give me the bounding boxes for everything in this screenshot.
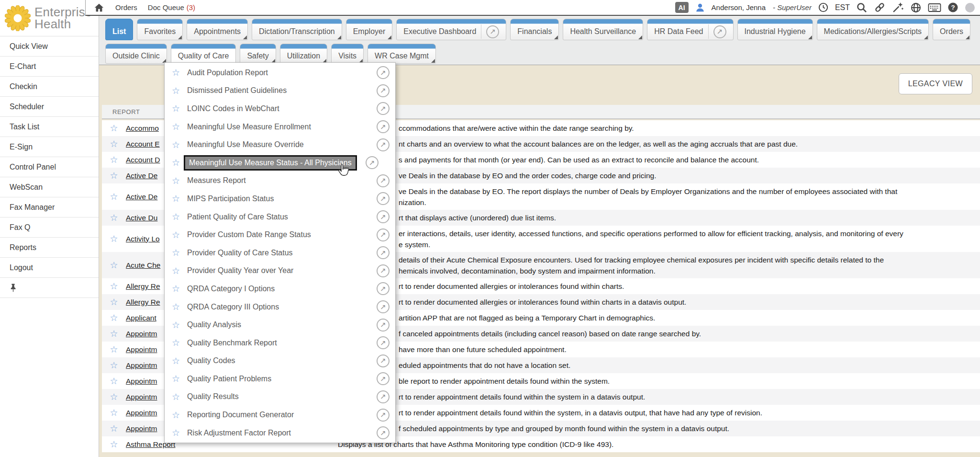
menu-item-reporting-document-generator[interactable]: ☆Reporting Document Generator↗: [165, 406, 395, 424]
favorite-star-icon[interactable]: ☆: [172, 410, 180, 421]
report-link-account-d[interactable]: Account D: [126, 156, 160, 164]
sidebar-item-fax-q[interactable]: Fax Q: [0, 217, 99, 238]
sidebar-item-reports[interactable]: Reports: [0, 238, 99, 258]
tab-list[interactable]: List: [105, 19, 133, 40]
report-link-appointm[interactable]: Appointm: [126, 330, 157, 338]
menu-item-loinc-codes-in-webchart[interactable]: ☆LOINC Codes in WebChart↗: [165, 100, 395, 118]
open-in-new-icon[interactable]: ↗: [377, 409, 390, 422]
favorite-star-icon[interactable]: ☆: [102, 407, 126, 418]
favorite-star-icon[interactable]: ☆: [172, 229, 180, 240]
favorite-star-icon[interactable]: ☆: [172, 139, 180, 150]
tab-financials[interactable]: Financials: [510, 19, 559, 40]
report-link-active-de[interactable]: Active De: [126, 193, 157, 201]
open-in-new-icon[interactable]: ↗: [377, 264, 390, 277]
report-link-appointm[interactable]: Appointm: [126, 361, 157, 369]
open-in-new-icon[interactable]: ↗: [377, 138, 390, 151]
favorite-star-icon[interactable]: ☆: [172, 355, 180, 366]
nav-doc-queue[interactable]: Doc Queue(3): [148, 3, 195, 11]
menu-item-provider-quality-year-over-year[interactable]: ☆Provider Quality Year over Year↗: [165, 262, 395, 280]
favorite-star-icon[interactable]: ☆: [172, 103, 180, 114]
external-link-icon[interactable]: ↗: [713, 25, 726, 38]
open-in-new-icon[interactable]: ↗: [377, 66, 390, 79]
open-in-new-icon[interactable]: ↗: [377, 192, 390, 205]
open-in-new-icon[interactable]: ↗: [377, 390, 390, 403]
open-in-new-icon[interactable]: ↗: [377, 246, 390, 259]
favorite-star-icon[interactable]: ☆: [102, 233, 126, 244]
menu-item-qrda-category-iii-options[interactable]: ☆QRDA Category III Options↗: [165, 298, 395, 316]
tab-quality-of-care[interactable]: Quality of Care: [171, 44, 236, 64]
tab-industrial-hygiene[interactable]: Industrial Hygiene: [737, 19, 813, 40]
favorite-star-icon[interactable]: ☆: [172, 211, 180, 222]
menu-item-quality-codes[interactable]: ☆Quality Codes↗: [165, 352, 395, 370]
sidebar-item-task-list[interactable]: Task List: [0, 117, 99, 137]
report-link-appointm[interactable]: Appointm: [126, 424, 157, 433]
open-in-new-icon[interactable]: ↗: [377, 174, 390, 187]
favorite-star-icon[interactable]: ☆: [102, 391, 126, 402]
menu-item-dismissed-patient-guidelines[interactable]: ☆Dismissed Patient Guidelines↗: [165, 82, 395, 100]
sidebar-item-scheduler[interactable]: Scheduler: [0, 97, 99, 117]
search-icon[interactable]: [856, 2, 868, 13]
report-link-allergy-re[interactable]: Allergy Re: [126, 298, 160, 306]
clock-icon[interactable]: [818, 2, 829, 13]
sidebar-item-logout[interactable]: Logout: [0, 258, 99, 278]
favorite-star-icon[interactable]: ☆: [172, 391, 180, 402]
menu-item-quality-benchmark-report[interactable]: ☆Quality Benchmark Report↗: [165, 334, 395, 352]
favorite-star-icon[interactable]: ☆: [172, 85, 180, 96]
open-in-new-icon[interactable]: ↗: [377, 300, 390, 313]
tab-appointments[interactable]: Appointments: [187, 19, 248, 40]
keyboard-icon[interactable]: [928, 2, 941, 13]
tab-outside-clinic[interactable]: Outside Clinic: [105, 44, 167, 64]
sidebar-item-checkin[interactable]: Checkin: [0, 77, 99, 97]
wand-icon[interactable]: [892, 1, 904, 13]
favorite-star-icon[interactable]: ☆: [172, 373, 180, 384]
favorite-star-icon[interactable]: ☆: [102, 170, 126, 181]
open-in-new-icon[interactable]: ↗: [377, 120, 390, 133]
report-link-active-de[interactable]: Active De: [126, 171, 157, 180]
help-icon[interactable]: ?: [947, 2, 958, 13]
home-icon[interactable]: [93, 2, 105, 13]
menu-item-qrda-category-i-options[interactable]: ☆QRDA Category I Options↗: [165, 280, 395, 298]
open-in-new-icon[interactable]: ↗: [377, 336, 390, 349]
report-link-appointm[interactable]: Appointm: [126, 377, 157, 385]
favorite-star-icon[interactable]: ☆: [102, 312, 126, 323]
legacy-view-button[interactable]: LEGACY VIEW: [899, 73, 972, 94]
open-in-new-icon[interactable]: ↗: [366, 156, 379, 169]
favorite-star-icon[interactable]: ☆: [172, 283, 180, 294]
favorite-star-icon[interactable]: ☆: [172, 175, 180, 186]
sidebar-item-control-panel[interactable]: Control Panel: [0, 157, 99, 177]
favorite-star-icon[interactable]: ☆: [102, 344, 126, 355]
menu-item-patient-quality-of-care-status[interactable]: ☆Patient Quality of Care Status↗: [165, 208, 395, 226]
tab-orders[interactable]: Orders: [933, 19, 970, 40]
favorite-star-icon[interactable]: ☆: [172, 247, 180, 258]
report-link-activity-lo[interactable]: Activity Lo: [126, 235, 160, 243]
nav-orders[interactable]: Orders: [115, 3, 137, 11]
tab-visits[interactable]: Visits: [331, 44, 364, 64]
sidebar-item-fax-manager[interactable]: Fax Manager: [0, 197, 99, 217]
external-link-icon[interactable]: ↗: [486, 25, 499, 38]
favorite-star-icon[interactable]: ☆: [172, 301, 180, 312]
tab-health-surveillance[interactable]: Health Surveillance: [563, 19, 643, 40]
favorite-star-icon[interactable]: ☆: [102, 376, 126, 387]
sidebar-item-quick-view[interactable]: Quick View: [0, 36, 99, 57]
report-link-applicant[interactable]: Applicant: [126, 314, 156, 322]
report-link-acute-che[interactable]: Acute Che: [126, 261, 160, 269]
favorite-star-icon[interactable]: ☆: [172, 193, 180, 204]
sidebar-item-e-chart[interactable]: E-Chart: [0, 57, 99, 77]
link-icon[interactable]: [874, 1, 886, 13]
report-link-accommo[interactable]: Accommo: [126, 124, 159, 132]
report-link-active-du[interactable]: Active Du: [126, 214, 157, 222]
favorite-star-icon[interactable]: ☆: [102, 281, 126, 292]
menu-item-quality-patient-problems[interactable]: ☆Quality Patient Problems↗: [165, 370, 395, 388]
favorite-star-icon[interactable]: ☆: [102, 328, 126, 339]
menu-item-provider-quality-of-care-status[interactable]: ☆Provider Quality of Care Status↗: [165, 244, 395, 262]
tab-medications-allergies-scripts[interactable]: Medications/Allergies/Scripts: [817, 19, 929, 40]
menu-item-meaningful-use-measure-status-all-physicians[interactable]: ☆Meaningful Use Measure Status - All Phy…: [165, 154, 395, 172]
tab-utilization[interactable]: Utilization: [280, 44, 327, 64]
tab-employer[interactable]: Employer: [346, 19, 393, 40]
menu-item-provider-custom-date-range-status[interactable]: ☆Provider Custom Date Range Status↗: [165, 226, 395, 244]
favorite-star-icon[interactable]: ☆: [172, 121, 180, 132]
menu-item-measures-report[interactable]: ☆Measures Report↗: [165, 172, 395, 190]
favorite-star-icon[interactable]: ☆: [102, 360, 126, 371]
open-in-new-icon[interactable]: ↗: [377, 84, 390, 97]
menu-item-risk-adjustment-factor-report[interactable]: ☆Risk Adjustment Factor Report↗: [165, 424, 395, 442]
